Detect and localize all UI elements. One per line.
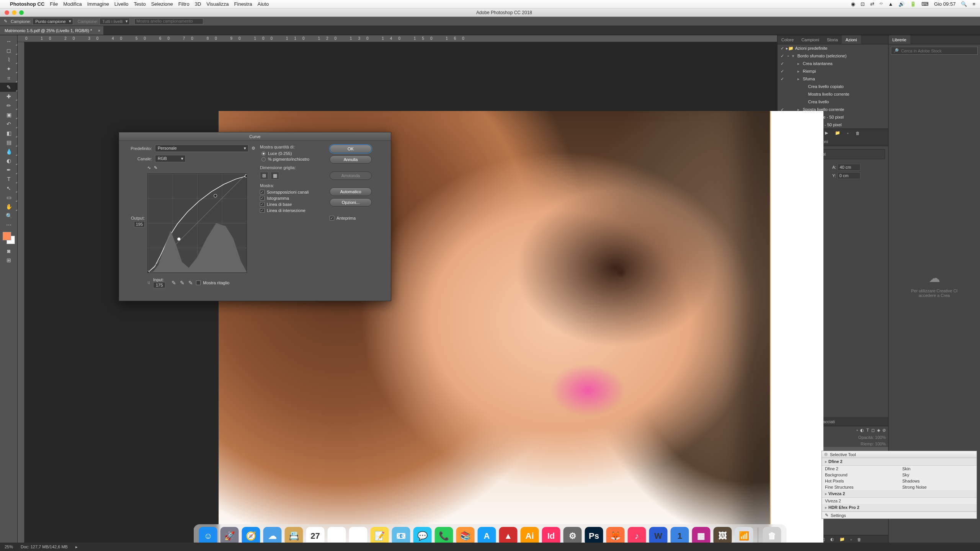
menu-3d[interactable]: 3D [195,1,201,7]
dodge-tool[interactable]: ◐ [0,156,18,165]
st-item[interactable]: Sky [899,472,977,478]
st-brush-icon[interactable]: ✎ [825,513,828,518]
quick-select-tool[interactable]: ✦ [0,64,18,73]
st-item[interactable]: Shadows [899,478,977,484]
tab-libraries[interactable]: Librerie [889,35,910,44]
filter-adjust-icon[interactable]: ◐ [860,428,864,433]
tool-icon-eyedropper[interactable]: ✎ [0,19,11,24]
filter-pixel-icon[interactable]: ▫ [856,428,858,433]
output-value[interactable]: 195 [134,221,145,227]
st-item[interactable]: Fine Structures [822,484,899,490]
crop-tool[interactable]: ⌗ [0,73,18,83]
st-item[interactable]: Viveza 2 [822,498,899,504]
grid-small-icon[interactable]: ⊞ [260,172,268,179]
dialog-title[interactable]: Curve [119,132,391,141]
healing-tool[interactable]: ✚ [0,92,18,101]
marquee-tool[interactable]: ◻ [0,46,18,55]
menu-view[interactable]: Visualizza [206,1,229,7]
stamp-tool[interactable]: ▣ [0,110,18,119]
channel-select[interactable]: RGB [155,155,186,162]
action-item[interactable]: Azioni predefinite [795,46,886,51]
curve-pencil-icon[interactable]: ✎ [154,165,157,170]
search-lib-input[interactable]: Cerca in Adobe Stock [901,49,942,53]
filter-shape-icon[interactable]: ◻ [871,428,875,433]
prop-height-input[interactable] [838,164,861,171]
color-swatches[interactable] [3,232,15,244]
group-icon[interactable]: 📁 [840,537,845,542]
trash-icon[interactable]: 🗑 [856,131,860,135]
st-item[interactable]: Background [822,472,899,478]
black-point-eyedropper-icon[interactable]: ✎ [172,280,176,286]
action-item[interactable]: Crea istantanea [803,61,886,66]
action-item[interactable]: Sfuma [803,77,886,81]
curves-graph[interactable]: Output: 195 [147,173,247,273]
zoom-tool[interactable]: 🔍 [0,211,18,220]
doc-size[interactable]: Doc: 127,7 MB/142,6 MB [21,544,68,549]
show-clipping-checkbox[interactable] [196,280,201,285]
sample-size-select[interactable]: Punto campione [33,18,73,25]
gradient-tool[interactable]: ▤ [0,138,18,147]
menu-edit[interactable]: Modifica [63,1,82,7]
history-brush-tool[interactable]: ↶ [0,119,18,129]
clock[interactable]: Gio 09:57 [934,1,956,7]
action-item[interactable]: Riempi [803,69,886,73]
opacity-value[interactable]: 100% [875,435,886,440]
st-close-icon[interactable] [824,453,828,456]
eraser-tool[interactable]: ◧ [0,129,18,138]
screenmode-toggle[interactable]: ⊞ [0,256,18,265]
battery-icon[interactable]: 🔋 [910,1,916,7]
volume-icon[interactable]: 🔊 [898,1,905,7]
menu-filter[interactable]: Filtro [178,1,189,7]
sync-icon[interactable]: ⊡ [861,1,865,7]
filter-type-icon[interactable]: T [866,428,869,433]
st-item[interactable]: Skin [899,466,977,472]
zoom-level[interactable]: 25% [5,544,13,549]
input-value[interactable]: 175 [153,282,165,288]
tab-swatches[interactable]: Campioni [797,35,823,44]
close-window[interactable] [5,10,9,15]
white-point-eyedropper-icon[interactable]: ✎ [188,280,193,286]
action-folder-icon[interactable]: ▸📁 [786,46,794,51]
shape-tool[interactable]: ▭ [0,193,18,202]
st-item[interactable]: Strong Noise [899,484,977,490]
menu-select[interactable]: Selezione [151,1,173,7]
edit-toolbar[interactable]: ⋯ [0,220,18,230]
chk-overlay[interactable]: ✓ [260,190,265,194]
auto-button[interactable]: Automatico [330,187,372,196]
nik-selective-tool[interactable]: Selective Tool Dfine 2 Dfine 2Skin Backg… [822,451,977,519]
preview-checkbox[interactable]: ✓ [330,216,334,220]
menu-layer[interactable]: Livello [114,1,129,7]
fill-value[interactable]: 100% [875,442,886,446]
finger-icon[interactable]: ☟ [147,280,150,285]
filter-smart-icon[interactable]: ◈ [877,428,880,433]
pen-tool[interactable]: ✒ [0,165,18,174]
app-name[interactable]: Photoshop CC [10,1,44,7]
tab-actions[interactable]: Azioni [842,35,861,44]
menu-window[interactable]: Finestra [234,1,252,7]
grid-large-icon[interactable]: ▦ [271,172,279,179]
eyedropper-tool[interactable]: ✎ [0,83,18,92]
play-icon[interactable]: ▶ [825,130,828,135]
adjustment-icon[interactable]: ◐ [830,537,834,542]
move-tool[interactable]: ↔ [0,37,18,46]
lasso-tool[interactable]: ⌇ [0,55,18,64]
new-set-icon[interactable]: 📁 [835,130,840,135]
doc-tab-active[interactable]: Matrimonio 1-5.pdf @ 25% (Livello 1, RGB… [0,26,103,35]
blur-tool[interactable]: 💧 [0,147,18,156]
action-item[interactable]: Crea livello copiato [808,84,886,89]
chk-histogram[interactable]: ✓ [260,196,265,201]
ruler-horizontal[interactable]: 0 10 20 30 40 50 60 70 80 90 100 110 120… [18,35,777,42]
action-item[interactable]: Mostra livello corrente [808,92,886,96]
preset-menu-icon[interactable]: ⚙ [252,146,255,151]
new-action-icon[interactable]: ▫ [847,131,849,135]
bt-icon[interactable]: ▲ [888,1,893,7]
delete-layer-icon[interactable]: 🗑 [857,537,861,542]
tab-color[interactable]: Colore [777,35,797,44]
chk-baseline[interactable]: ✓ [260,202,265,207]
ruler-vertical[interactable] [18,42,24,543]
minimize-window[interactable] [12,10,16,15]
wifi-icon[interactable]: ⌔ [880,1,883,7]
gray-point-eyedropper-icon[interactable]: ✎ [180,280,185,286]
display-icon[interactable]: ⇄ [870,1,874,7]
st-item[interactable]: Hot Pixels [822,478,899,484]
